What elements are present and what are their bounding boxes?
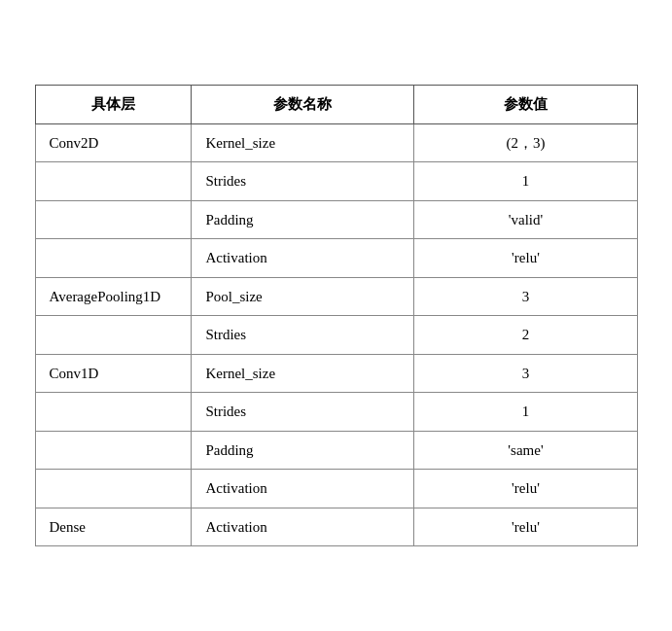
cell-param-value: 1 xyxy=(414,393,637,432)
cell-layer: AveragePooling1D xyxy=(35,277,192,316)
params-table: 具体层 参数名称 参数值 Conv2DKernel_size(2，3)Strid… xyxy=(35,85,638,546)
cell-param-value: 1 xyxy=(414,162,637,201)
table-row: AveragePooling1DPool_size3 xyxy=(35,277,637,316)
cell-layer: Conv1D xyxy=(35,354,192,393)
cell-layer xyxy=(35,200,192,239)
table-row: Conv1DKernel_size3 xyxy=(35,354,637,393)
cell-param-value: 'relu' xyxy=(414,470,637,508)
table-row: Padding'same' xyxy=(35,431,637,470)
cell-layer: Dense xyxy=(35,508,192,546)
cell-param-value: 2 xyxy=(414,316,637,355)
cell-param-name: Kernel_size xyxy=(192,123,414,162)
cell-param-name: Activation xyxy=(192,508,414,546)
cell-param-value: (2，3) xyxy=(414,123,637,162)
cell-param-name: Strides xyxy=(192,162,414,201)
cell-layer: Conv2D xyxy=(35,123,192,162)
table-row: Padding'valid' xyxy=(35,200,637,239)
cell-layer xyxy=(35,162,192,201)
table-row: Strides1 xyxy=(35,162,637,201)
cell-param-name: Pool_size xyxy=(192,277,414,316)
cell-param-name: Strides xyxy=(192,393,414,432)
cell-param-value: 3 xyxy=(414,277,637,316)
cell-param-name: Kernel_size xyxy=(192,354,414,393)
cell-layer xyxy=(35,239,192,278)
table-row: Strdies2 xyxy=(35,316,637,355)
cell-param-value: 'relu' xyxy=(414,508,637,546)
cell-layer xyxy=(35,470,192,508)
cell-param-name: Strdies xyxy=(192,316,414,355)
cell-param-name: Padding xyxy=(192,200,414,239)
table-row: DenseActivation'relu' xyxy=(35,508,637,546)
cell-param-value: 'valid' xyxy=(414,200,637,239)
table-row: Activation'relu' xyxy=(35,239,637,278)
header-layer: 具体层 xyxy=(35,86,192,124)
cell-param-value: 3 xyxy=(414,354,637,393)
cell-param-name: Padding xyxy=(192,431,414,470)
table-row: Strides1 xyxy=(35,393,637,432)
main-table-container: 具体层 参数名称 参数值 Conv2DKernel_size(2，3)Strid… xyxy=(35,85,638,546)
header-row: 具体层 参数名称 参数值 xyxy=(35,86,637,124)
cell-layer xyxy=(35,316,192,355)
cell-param-value: 'same' xyxy=(414,431,637,470)
cell-layer xyxy=(35,431,192,470)
table-row: Conv2DKernel_size(2，3) xyxy=(35,123,637,162)
cell-layer xyxy=(35,393,192,432)
cell-param-name: Activation xyxy=(192,239,414,278)
header-param-name: 参数名称 xyxy=(192,86,414,124)
header-param-value: 参数值 xyxy=(414,86,637,124)
cell-param-name: Activation xyxy=(192,470,414,508)
cell-param-value: 'relu' xyxy=(414,239,637,278)
table-row: Activation'relu' xyxy=(35,470,637,508)
